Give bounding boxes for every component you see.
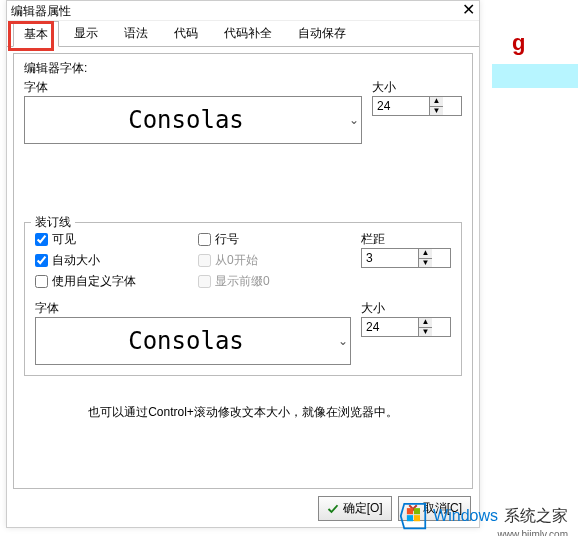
svg-rect-2 [414,508,420,514]
chevron-down-icon[interactable]: ⌄ [336,334,350,348]
ok-button[interactable]: 确定[O] [318,496,392,521]
check-visible-label: 可见 [52,231,76,248]
margin-input[interactable] [362,249,418,267]
check-line-number-box[interactable] [198,233,211,246]
check-autosize-label: 自动大小 [52,252,100,269]
watermark: Windows 系统之家 www.bjjmlv.com [399,502,568,530]
gutter-size-spinner[interactable]: ▲ ▼ [361,317,451,337]
margin-spinner[interactable]: ▲ ▼ [361,248,451,268]
gutter-group: 装订线 可见 自动大小 [24,222,462,376]
check-start-zero-label: 从0开始 [215,252,258,269]
svg-rect-3 [407,515,413,521]
windows-logo-icon [399,502,427,530]
watermark-url: www.bjjmlv.com [498,529,568,536]
ok-label: 确定[O] [343,500,383,517]
close-icon[interactable]: ✕ [462,1,475,19]
tab-syntax[interactable]: 语法 [113,20,159,46]
check-show-prefix-box [198,275,211,288]
gutter-size-input[interactable] [362,318,418,336]
gutter-size-label: 大小 [361,300,451,317]
check-autosize[interactable]: 自动大小 [35,252,198,269]
check-show-prefix: 显示前缀0 [198,273,361,290]
check-visible[interactable]: 可见 [35,231,198,248]
tab-bar: 基本 显示 语法 代码 代码补全 自动保存 [7,21,479,47]
gutter-legend: 装订线 [31,214,75,231]
check-line-number[interactable]: 行号 [198,231,361,248]
size-label: 大小 [372,79,462,96]
watermark-brand: Windows [433,507,498,525]
gutter-font-label: 字体 [35,300,361,317]
check-line-number-label: 行号 [215,231,239,248]
gutter-font-dropdown[interactable]: Consolas ⌄ [35,317,351,365]
check-custom-font[interactable]: 使用自定义字体 [35,273,198,290]
dialog-title: 编辑器属性 [11,3,71,20]
spinner-down-icon[interactable]: ▼ [419,259,432,268]
check-icon [327,503,339,515]
svg-rect-1 [407,508,413,514]
size-spinner[interactable]: ▲ ▼ [372,96,462,116]
spinner-down-icon[interactable]: ▼ [430,107,443,116]
tab-autosave[interactable]: 自动保存 [287,20,357,46]
check-custom-font-label: 使用自定义字体 [52,273,136,290]
editor-font-group-label: 编辑器字体: [24,60,462,77]
spinner-down-icon[interactable]: ▼ [419,328,432,337]
tab-basic[interactable]: 基本 [13,21,59,47]
tab-code[interactable]: 代码 [163,20,209,46]
background-bar [492,64,578,88]
font-dropdown[interactable]: Consolas ⌄ [24,96,362,144]
gutter-font-name: Consolas [36,327,336,355]
margin-label: 栏距 [361,231,451,248]
check-visible-box[interactable] [35,233,48,246]
size-input[interactable] [373,97,429,115]
check-custom-font-box[interactable] [35,275,48,288]
check-start-zero-box [198,254,211,267]
editor-properties-dialog: 编辑器属性 ✕ 基本 显示 语法 代码 代码补全 自动保存 编辑器字体: 字体 … [6,0,480,528]
hint-text: 也可以通过Control+滚动修改文本大小，就像在浏览器中。 [24,404,462,421]
watermark-suffix: 系统之家 [504,506,568,527]
chevron-down-icon[interactable]: ⌄ [347,113,361,127]
check-show-prefix-label: 显示前缀0 [215,273,270,290]
svg-rect-4 [414,515,420,521]
tab-complete[interactable]: 代码补全 [213,20,283,46]
background-letter: g [512,30,530,56]
check-autosize-box[interactable] [35,254,48,267]
check-start-zero: 从0开始 [198,252,361,269]
font-label: 字体 [24,79,372,96]
tab-display[interactable]: 显示 [63,20,109,46]
font-name: Consolas [25,106,347,134]
